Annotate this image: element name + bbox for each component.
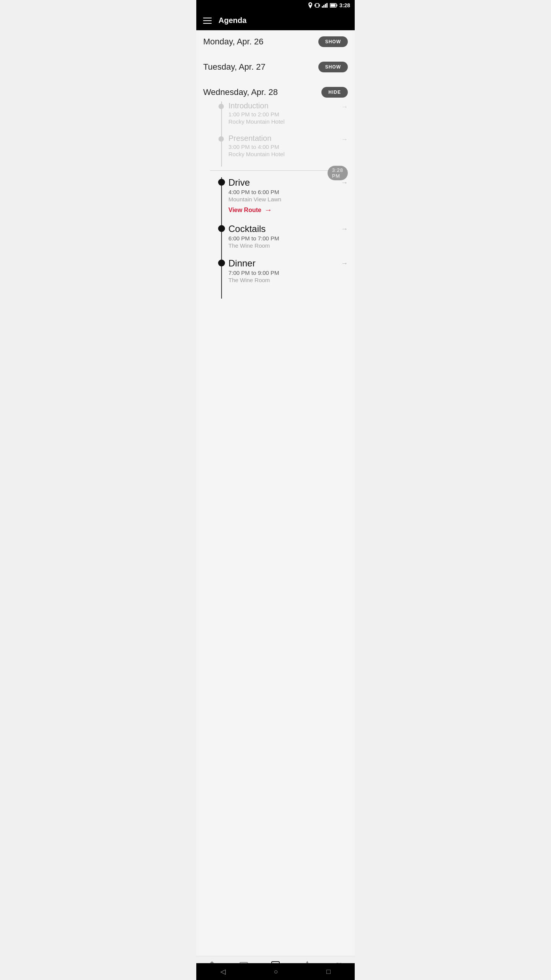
event-drive[interactable]: Drive 4:00 PM to 6:00 PM Mountain View L… [218,177,348,224]
day-header-wednesday: Wednesday, Apr. 28 HIDE [203,87,348,98]
svg-rect-5 [325,4,326,8]
svg-rect-4 [323,5,324,8]
day-section-tuesday: Tuesday, Apr. 27 SHOW [196,56,355,72]
event-location-cocktails: The Wine Room [228,242,279,249]
event-title-introduction: Introduction [228,101,285,110]
event-presentation[interactable]: Presentation 3:00 PM to 4:00 PM Rocky Mo… [218,134,348,167]
page-title: Agenda [218,16,246,25]
day-label-wednesday: Wednesday, Apr. 28 [203,87,278,97]
day-header-monday: Monday, Apr. 26 SHOW [203,36,348,47]
event-location-drive: Mountain View Lawn [228,196,281,203]
recents-icon[interactable]: □ [326,968,331,976]
app-header: Agenda [196,11,355,30]
event-introduction[interactable]: Introduction 1:00 PM to 2:00 PM Rocky Mo… [218,101,348,134]
event-time-dinner: 7:00 PM to 9:00 PM [228,270,279,276]
day-label-monday: Monday, Apr. 26 [203,37,263,47]
event-dot-cocktails [218,225,225,232]
day-label-tuesday: Tuesday, Apr. 27 [203,62,266,72]
system-nav-bar: ◁ ○ □ [196,963,355,980]
view-route-button[interactable]: View Route → [228,206,281,214]
event-title-dinner: Dinner [228,258,279,269]
event-dot-introduction [218,104,224,109]
event-title-presentation: Presentation [228,134,285,143]
status-time: 3:28 [339,2,350,8]
svg-rect-0 [316,3,319,7]
event-time-cocktails: 6:00 PM to 7:00 PM [228,235,279,242]
day-section-wednesday: Wednesday, Apr. 28 HIDE [196,81,355,98]
location-icon [308,2,313,8]
show-monday-button[interactable]: SHOW [318,36,348,47]
event-cocktails[interactable]: Cocktails 6:00 PM to 7:00 PM The Wine Ro… [218,224,348,258]
event-dot-presentation [218,136,224,142]
svg-rect-2 [319,4,320,7]
vibrate-icon [315,3,320,8]
event-arrow-introduction: → [341,103,348,111]
show-tuesday-button[interactable]: SHOW [318,62,348,72]
day-section-monday: Monday, Apr. 26 SHOW [196,30,355,47]
event-arrow-drive: → [341,179,348,187]
menu-button[interactable] [203,18,212,24]
hide-wednesday-button[interactable]: HIDE [321,87,348,98]
event-location-introduction: Rocky Mountain Hotel [228,118,285,125]
home-circle-icon[interactable]: ○ [274,968,278,976]
event-location-presentation: Rocky Mountain Hotel [228,151,285,157]
svg-rect-1 [315,4,315,7]
event-dot-dinner [218,260,225,266]
event-time-introduction: 1:00 PM to 2:00 PM [228,111,285,118]
day-header-tuesday: Tuesday, Apr. 27 SHOW [203,62,348,72]
event-dot-drive [218,179,225,186]
event-title-cocktails: Cocktails [228,224,279,234]
status-bar: 3:28 [196,0,355,11]
event-time-drive: 4:00 PM to 6:00 PM [228,189,281,195]
event-arrow-dinner: → [341,260,348,268]
event-title-drive: Drive [228,177,281,188]
svg-rect-8 [336,5,337,7]
event-arrow-presentation: → [341,136,348,144]
signal-icon [322,3,328,8]
event-arrow-cocktails: → [341,225,348,233]
svg-rect-6 [326,3,328,8]
status-icons: 3:28 [308,2,350,8]
svg-rect-9 [330,4,335,7]
main-content: Monday, Apr. 26 SHOW Tuesday, Apr. 27 SH… [196,30,355,980]
event-location-dinner: The Wine Room [228,277,279,283]
battery-icon [330,3,337,8]
back-icon[interactable]: ◁ [220,967,226,976]
view-route-label: View Route [228,207,261,214]
view-route-arrow: → [264,206,272,214]
event-time-presentation: 3:00 PM to 4:00 PM [228,144,285,150]
event-dinner[interactable]: Dinner 7:00 PM to 9:00 PM The Wine Room … [218,258,348,299]
svg-rect-3 [322,6,323,8]
svg-marker-22 [306,961,308,963]
